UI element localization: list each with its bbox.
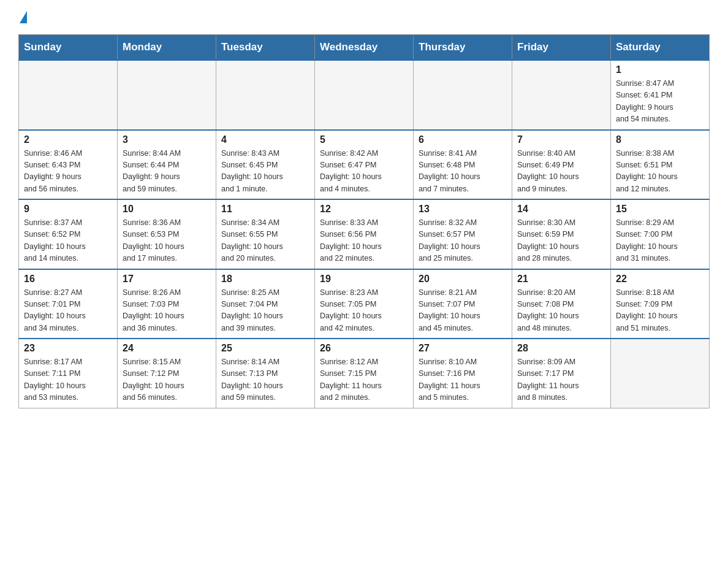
day-number: 12 xyxy=(320,204,408,215)
day-number: 19 xyxy=(320,274,408,285)
calendar-cell: 8Sunrise: 8:38 AM Sunset: 6:51 PM Daylig… xyxy=(611,130,710,200)
day-number: 28 xyxy=(517,343,605,354)
calendar-cell: 10Sunrise: 8:36 AM Sunset: 6:53 PM Dayli… xyxy=(118,199,216,269)
calendar-cell: 1Sunrise: 8:47 AM Sunset: 6:41 PM Daylig… xyxy=(611,60,710,130)
weekday-header-wednesday: Wednesday xyxy=(315,35,414,61)
day-number: 6 xyxy=(419,134,507,145)
day-number: 16 xyxy=(24,274,112,285)
day-number: 9 xyxy=(24,204,112,215)
calendar-cell: 17Sunrise: 8:26 AM Sunset: 7:03 PM Dayli… xyxy=(118,269,216,339)
day-info: Sunrise: 8:33 AM Sunset: 6:56 PM Dayligh… xyxy=(320,217,408,265)
day-number: 5 xyxy=(320,134,408,145)
day-info: Sunrise: 8:26 AM Sunset: 7:03 PM Dayligh… xyxy=(123,287,211,335)
calendar-cell xyxy=(19,60,118,130)
calendar-table: SundayMondayTuesdayWednesdayThursdayFrid… xyxy=(18,34,710,408)
calendar-cell: 2Sunrise: 8:46 AM Sunset: 6:43 PM Daylig… xyxy=(19,130,118,200)
calendar-cell xyxy=(118,60,216,130)
day-number: 3 xyxy=(123,134,211,145)
week-row-3: 9Sunrise: 8:37 AM Sunset: 6:52 PM Daylig… xyxy=(19,199,710,269)
weekday-header-thursday: Thursday xyxy=(414,35,512,61)
day-number: 1 xyxy=(616,64,704,75)
calendar-cell: 19Sunrise: 8:23 AM Sunset: 7:05 PM Dayli… xyxy=(315,269,414,339)
day-info: Sunrise: 8:38 AM Sunset: 6:51 PM Dayligh… xyxy=(616,148,704,196)
day-info: Sunrise: 8:10 AM Sunset: 7:16 PM Dayligh… xyxy=(419,356,507,404)
day-info: Sunrise: 8:34 AM Sunset: 6:55 PM Dayligh… xyxy=(221,217,309,265)
calendar-cell: 13Sunrise: 8:32 AM Sunset: 6:57 PM Dayli… xyxy=(414,199,512,269)
calendar-cell: 4Sunrise: 8:43 AM Sunset: 6:45 PM Daylig… xyxy=(216,130,315,200)
calendar-cell: 6Sunrise: 8:41 AM Sunset: 6:48 PM Daylig… xyxy=(414,130,512,200)
calendar-cell: 18Sunrise: 8:25 AM Sunset: 7:04 PM Dayli… xyxy=(216,269,315,339)
day-info: Sunrise: 8:44 AM Sunset: 6:44 PM Dayligh… xyxy=(123,148,211,196)
day-number: 2 xyxy=(24,134,112,145)
calendar-cell: 22Sunrise: 8:18 AM Sunset: 7:09 PM Dayli… xyxy=(611,269,710,339)
day-number: 25 xyxy=(221,343,309,354)
week-row-2: 2Sunrise: 8:46 AM Sunset: 6:43 PM Daylig… xyxy=(19,130,710,200)
day-info: Sunrise: 8:14 AM Sunset: 7:13 PM Dayligh… xyxy=(221,356,309,404)
day-number: 20 xyxy=(419,274,507,285)
day-number: 24 xyxy=(123,343,211,354)
day-number: 27 xyxy=(419,343,507,354)
day-info: Sunrise: 8:23 AM Sunset: 7:05 PM Dayligh… xyxy=(320,287,408,335)
calendar-cell xyxy=(216,60,315,130)
day-info: Sunrise: 8:40 AM Sunset: 6:49 PM Dayligh… xyxy=(517,148,605,196)
day-number: 4 xyxy=(221,134,309,145)
calendar-cell: 25Sunrise: 8:14 AM Sunset: 7:13 PM Dayli… xyxy=(216,339,315,408)
day-info: Sunrise: 8:46 AM Sunset: 6:43 PM Dayligh… xyxy=(24,148,112,196)
day-info: Sunrise: 8:09 AM Sunset: 7:17 PM Dayligh… xyxy=(517,356,605,404)
calendar-cell xyxy=(512,60,611,130)
weekday-header-monday: Monday xyxy=(118,35,216,61)
calendar-cell: 11Sunrise: 8:34 AM Sunset: 6:55 PM Dayli… xyxy=(216,199,315,269)
day-info: Sunrise: 8:17 AM Sunset: 7:11 PM Dayligh… xyxy=(24,356,112,404)
day-info: Sunrise: 8:12 AM Sunset: 7:15 PM Dayligh… xyxy=(320,356,408,404)
day-info: Sunrise: 8:37 AM Sunset: 6:52 PM Dayligh… xyxy=(24,217,112,265)
calendar-cell: 28Sunrise: 8:09 AM Sunset: 7:17 PM Dayli… xyxy=(512,339,611,408)
day-info: Sunrise: 8:27 AM Sunset: 7:01 PM Dayligh… xyxy=(24,287,112,335)
day-number: 14 xyxy=(517,204,605,215)
calendar-cell: 7Sunrise: 8:40 AM Sunset: 6:49 PM Daylig… xyxy=(512,130,611,200)
day-info: Sunrise: 8:30 AM Sunset: 6:59 PM Dayligh… xyxy=(517,217,605,265)
calendar-cell xyxy=(611,339,710,408)
day-number: 23 xyxy=(24,343,112,354)
weekday-header-row: SundayMondayTuesdayWednesdayThursdayFrid… xyxy=(19,35,710,61)
calendar-cell: 15Sunrise: 8:29 AM Sunset: 7:00 PM Dayli… xyxy=(611,199,710,269)
calendar-cell: 26Sunrise: 8:12 AM Sunset: 7:15 PM Dayli… xyxy=(315,339,414,408)
day-number: 8 xyxy=(616,134,704,145)
day-info: Sunrise: 8:47 AM Sunset: 6:41 PM Dayligh… xyxy=(616,78,704,126)
day-number: 17 xyxy=(123,274,211,285)
weekday-header-saturday: Saturday xyxy=(611,35,710,61)
day-number: 26 xyxy=(320,343,408,354)
calendar-cell: 3Sunrise: 8:44 AM Sunset: 6:44 PM Daylig… xyxy=(118,130,216,200)
calendar-cell xyxy=(315,60,414,130)
day-info: Sunrise: 8:15 AM Sunset: 7:12 PM Dayligh… xyxy=(123,356,211,404)
logo xyxy=(18,12,27,25)
day-info: Sunrise: 8:29 AM Sunset: 7:00 PM Dayligh… xyxy=(616,217,704,265)
day-info: Sunrise: 8:32 AM Sunset: 6:57 PM Dayligh… xyxy=(419,217,507,265)
calendar-cell: 23Sunrise: 8:17 AM Sunset: 7:11 PM Dayli… xyxy=(19,339,118,408)
calendar-cell: 9Sunrise: 8:37 AM Sunset: 6:52 PM Daylig… xyxy=(19,199,118,269)
day-info: Sunrise: 8:36 AM Sunset: 6:53 PM Dayligh… xyxy=(123,217,211,265)
calendar-cell: 12Sunrise: 8:33 AM Sunset: 6:56 PM Dayli… xyxy=(315,199,414,269)
calendar-cell xyxy=(414,60,512,130)
day-info: Sunrise: 8:42 AM Sunset: 6:47 PM Dayligh… xyxy=(320,148,408,196)
day-info: Sunrise: 8:25 AM Sunset: 7:04 PM Dayligh… xyxy=(221,287,309,335)
day-number: 18 xyxy=(221,274,309,285)
calendar-cell: 16Sunrise: 8:27 AM Sunset: 7:01 PM Dayli… xyxy=(19,269,118,339)
logo-triangle-icon xyxy=(20,11,27,23)
calendar-cell: 21Sunrise: 8:20 AM Sunset: 7:08 PM Dayli… xyxy=(512,269,611,339)
day-number: 15 xyxy=(616,204,704,215)
day-info: Sunrise: 8:18 AM Sunset: 7:09 PM Dayligh… xyxy=(616,287,704,335)
week-row-5: 23Sunrise: 8:17 AM Sunset: 7:11 PM Dayli… xyxy=(19,339,710,408)
day-number: 11 xyxy=(221,204,309,215)
day-number: 21 xyxy=(517,274,605,285)
day-info: Sunrise: 8:41 AM Sunset: 6:48 PM Dayligh… xyxy=(419,148,507,196)
week-row-4: 16Sunrise: 8:27 AM Sunset: 7:01 PM Dayli… xyxy=(19,269,710,339)
weekday-header-friday: Friday xyxy=(512,35,611,61)
day-number: 22 xyxy=(616,274,704,285)
calendar-cell: 5Sunrise: 8:42 AM Sunset: 6:47 PM Daylig… xyxy=(315,130,414,200)
calendar-cell: 24Sunrise: 8:15 AM Sunset: 7:12 PM Dayli… xyxy=(118,339,216,408)
day-info: Sunrise: 8:43 AM Sunset: 6:45 PM Dayligh… xyxy=(221,148,309,196)
week-row-1: 1Sunrise: 8:47 AM Sunset: 6:41 PM Daylig… xyxy=(19,60,710,130)
day-number: 7 xyxy=(517,134,605,145)
calendar-cell: 27Sunrise: 8:10 AM Sunset: 7:16 PM Dayli… xyxy=(414,339,512,408)
calendar-cell: 14Sunrise: 8:30 AM Sunset: 6:59 PM Dayli… xyxy=(512,199,611,269)
